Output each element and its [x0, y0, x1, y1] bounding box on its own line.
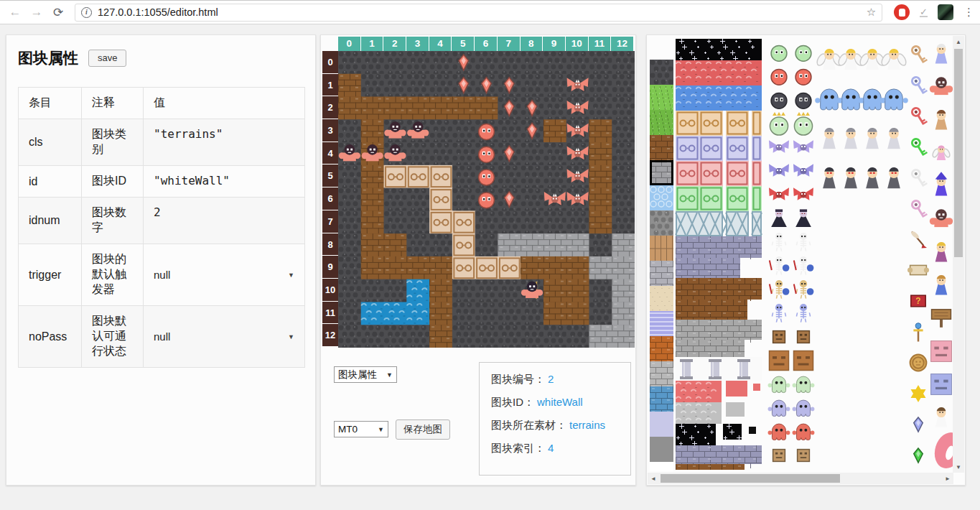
chevron-down-icon: ▼	[378, 426, 384, 433]
table-row: id图块ID"whiteWall"	[19, 166, 305, 198]
map-col-header: 12	[611, 37, 634, 51]
map-row-header: 5	[322, 164, 338, 187]
prop-key: id	[19, 166, 82, 198]
tile-info-line: 图块所在素材：terrains	[491, 419, 619, 432]
noPass-select[interactable]: null▼	[154, 330, 294, 343]
map-id-label: MT0	[338, 424, 358, 435]
map-col-header: 5	[452, 37, 475, 51]
map-row-header: 10	[322, 279, 338, 302]
vertical-scroll-thumb[interactable]	[954, 49, 963, 257]
chevron-down-icon: ▼	[288, 272, 294, 279]
tile-properties-panel: 图块属性 save 条目注释值 cls图块类别"terrains"id图块ID"…	[6, 34, 316, 486]
prop-comment: 图块数字	[82, 198, 144, 244]
panel-title: 图块属性	[18, 48, 78, 68]
map-controls: 图块属性 ▼ MT0 ▼ 保存地图 图块编号：2图块ID：whiteWall图块…	[321, 362, 637, 484]
map-canvas[interactable]	[338, 51, 635, 348]
map-col-header: 6	[475, 37, 498, 51]
info-label: 图块编号：	[491, 373, 545, 385]
forward-icon[interactable]: →	[27, 3, 46, 22]
scroll-right-icon[interactable]: ►	[942, 473, 953, 484]
hand-glyph	[899, 9, 905, 17]
table-header-row: 条目注释值	[19, 88, 305, 119]
prop-value: null▼	[144, 306, 305, 368]
check-extension-icon[interactable]: ✓	[920, 8, 928, 17]
trigger-select[interactable]: null▼	[154, 269, 294, 281]
map-row-header: 6	[322, 187, 338, 210]
map-row-header: 2	[322, 96, 338, 119]
tileset-palette-panel: ▲ ▼ ◄ ►	[646, 34, 966, 486]
info-label: 图块ID：	[491, 396, 534, 408]
info-value[interactable]: whiteWall	[537, 396, 583, 408]
tile-info-line: 图块ID：whiteWall	[491, 396, 619, 409]
map-col-header: 0	[338, 37, 361, 51]
horizontal-scroll-thumb[interactable]	[661, 474, 840, 483]
map-editor-panel: 0123456789101112 0123456789101112 图块属性 ▼…	[320, 34, 636, 486]
map-row-headers: 0123456789101112	[322, 51, 338, 347]
chevron-down-icon: ▼	[288, 333, 294, 340]
prop-value: "terrains"	[144, 119, 305, 166]
prop-key: noPass	[19, 306, 82, 368]
info-value[interactable]: 4	[548, 442, 554, 454]
info-value[interactable]: 2	[548, 373, 554, 385]
chevron-down-icon: ▼	[386, 371, 393, 379]
map-row-header: 8	[322, 233, 338, 256]
info-value[interactable]: terrains	[569, 419, 605, 431]
tileset-palette-canvas[interactable]	[648, 37, 953, 471]
prop-key: cls	[19, 119, 82, 166]
profile-avatar[interactable]	[938, 4, 953, 20]
map-col-header: 2	[383, 37, 406, 51]
reload-icon[interactable]: ⟳	[49, 3, 67, 22]
prop-value: "whiteWall"	[144, 166, 305, 198]
map-column-headers: 0123456789101112	[338, 37, 634, 51]
column-header: 注释	[82, 88, 144, 119]
map-col-header: 3	[406, 37, 429, 51]
browser-toolbar: ← → ⟳ i 127.0.0.1:1055/editor.html ☆ ✓ ⋮	[0, 0, 980, 24]
properties-table: 条目注释值 cls图块类别"terrains"id图块ID"whiteWall"…	[18, 87, 305, 368]
scroll-left-icon[interactable]: ◄	[648, 473, 659, 484]
palette-vertical-scrollbar[interactable]: ▲ ▼	[953, 36, 964, 473]
map-row-header: 9	[322, 256, 338, 279]
map-row-header: 1	[322, 74, 338, 97]
chrome-menu-icon[interactable]: ⋮	[963, 6, 974, 19]
bookmark-star-icon[interactable]: ☆	[867, 6, 876, 19]
table-row: trigger图块的默认触发器null▼	[19, 244, 305, 306]
table-row: cls图块类别"terrains"	[19, 119, 305, 166]
back-icon[interactable]: ←	[6, 3, 24, 22]
prop-comment: 图块ID	[82, 166, 144, 198]
page-info-icon[interactable]: i	[81, 7, 92, 18]
table-row: noPass图块默认可通行状态null▼	[19, 306, 305, 368]
map-id-select[interactable]: MT0 ▼	[334, 421, 388, 437]
prop-comment: 图块类别	[82, 119, 144, 166]
edit-mode-select[interactable]: 图块属性 ▼	[334, 366, 397, 383]
map-row-header: 0	[322, 51, 338, 74]
map-row-header: 4	[322, 142, 338, 165]
tile-info-box: 图块编号：2图块ID：whiteWall图块所在素材：terrains图块索引：…	[479, 362, 631, 476]
select-value: null	[154, 330, 170, 343]
map-row-header: 3	[322, 119, 338, 142]
prop-key: idnum	[19, 198, 82, 244]
extension-icon[interactable]	[894, 4, 910, 20]
select-value: null	[154, 269, 170, 281]
page-background: 图块属性 save 条目注释值 cls图块类别"terrains"id图块ID"…	[0, 24, 980, 509]
palette-horizontal-scrollbar[interactable]: ◄ ►	[648, 473, 953, 484]
url-text[interactable]: 127.0.0.1:1055/editor.html	[98, 6, 218, 18]
map-col-header: 10	[566, 37, 589, 51]
map-row-header: 12	[322, 324, 338, 347]
scroll-down-icon[interactable]: ▼	[953, 461, 964, 473]
map-col-header: 1	[361, 37, 384, 51]
table-row: idnum图块数字2	[19, 198, 305, 244]
column-header: 条目	[19, 88, 82, 119]
save-button[interactable]: save	[88, 50, 126, 67]
prop-key: trigger	[19, 244, 82, 306]
map-row-header: 11	[322, 302, 338, 325]
map-col-header: 8	[521, 37, 543, 51]
map-col-header: 11	[589, 37, 612, 51]
prop-value: null▼	[144, 244, 305, 306]
prop-comment: 图块的默认触发器	[82, 244, 144, 306]
map-col-header: 4	[429, 37, 452, 51]
scroll-up-icon[interactable]: ▲	[953, 36, 964, 47]
url-bar[interactable]: i 127.0.0.1:1055/editor.html ☆	[75, 4, 882, 22]
map-row-header: 7	[322, 210, 338, 233]
info-label: 图块索引：	[491, 442, 545, 454]
save-map-button[interactable]: 保存地图	[396, 419, 450, 440]
